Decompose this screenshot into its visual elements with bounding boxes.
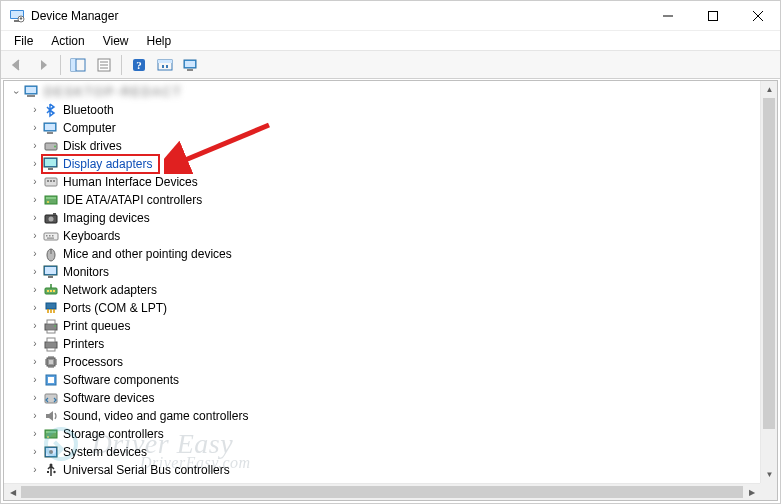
tree-item-system[interactable]: ›System devices: [4, 443, 760, 461]
tree-item-label: IDE ATA/ATAPI controllers: [63, 193, 202, 207]
tree-item-bluetooth[interactable]: ›Bluetooth: [4, 101, 760, 119]
tree-item-network[interactable]: ›Network adapters: [4, 281, 760, 299]
chevron-right-icon[interactable]: ›: [29, 374, 41, 385]
svg-rect-53: [45, 267, 56, 274]
computer-root-icon: [24, 84, 40, 100]
menu-bar: File Action View Help: [1, 31, 780, 51]
app-icon: [9, 8, 25, 24]
menu-view[interactable]: View: [94, 33, 138, 49]
chevron-right-icon[interactable]: ›: [29, 158, 41, 169]
chevron-right-icon[interactable]: ›: [29, 140, 41, 151]
scroll-track-horizontal[interactable]: [21, 484, 743, 500]
tree-item-imaging[interactable]: ›Imaging devices: [4, 209, 760, 227]
tree-item-label: Mice and other pointing devices: [63, 247, 232, 261]
forward-button[interactable]: [31, 53, 55, 77]
chevron-right-icon[interactable]: ›: [29, 392, 41, 403]
svg-rect-23: [187, 69, 193, 71]
printer-icon: [43, 336, 59, 352]
scroll-right-button[interactable]: ▶: [743, 484, 760, 501]
tree-item-label: Monitors: [63, 265, 109, 279]
tree-item-swcomp[interactable]: ›Software components: [4, 371, 760, 389]
device-tree[interactable]: › DESKTOP-REDACT ›Bluetooth›Computer›Dis…: [4, 81, 760, 483]
scroll-up-button[interactable]: ▲: [761, 81, 778, 98]
vertical-scrollbar[interactable]: ▲ ▼: [760, 81, 777, 483]
swcomp-icon: [43, 372, 59, 388]
chevron-right-icon[interactable]: ›: [29, 248, 41, 259]
scroll-track-vertical[interactable]: [761, 98, 777, 466]
tree-item-computer[interactable]: ›Computer: [4, 119, 760, 137]
tree-item-label: Software devices: [63, 391, 154, 405]
chevron-right-icon[interactable]: ›: [29, 446, 41, 457]
svg-point-43: [49, 217, 54, 222]
properties-button[interactable]: [92, 53, 116, 77]
tree-item-storage[interactable]: ›Storage controllers: [4, 425, 760, 443]
tree-item-keyboard[interactable]: ›Keyboards: [4, 227, 760, 245]
tree-root-node[interactable]: › DESKTOP-REDACT: [4, 83, 760, 101]
chevron-right-icon[interactable]: ›: [29, 284, 41, 295]
chevron-right-icon[interactable]: ›: [29, 320, 41, 331]
title-bar: Device Manager: [1, 1, 780, 31]
maximize-button[interactable]: [690, 1, 735, 31]
chevron-right-icon[interactable]: ›: [29, 194, 41, 205]
chevron-right-icon[interactable]: ›: [29, 230, 41, 241]
svg-rect-25: [26, 87, 36, 93]
show-hide-console-tree-button[interactable]: [66, 53, 90, 77]
svg-rect-66: [47, 338, 55, 342]
chevron-right-icon[interactable]: ›: [29, 428, 41, 439]
chevron-right-icon[interactable]: ›: [29, 464, 41, 475]
devices-view-button[interactable]: [179, 53, 203, 77]
chevron-right-icon[interactable]: ›: [29, 338, 41, 349]
tree-item-printqueue[interactable]: ›Print queues: [4, 317, 760, 335]
chevron-down-icon[interactable]: ›: [11, 86, 22, 98]
svg-rect-22: [185, 61, 195, 67]
tree-item-printer[interactable]: ›Printers: [4, 335, 760, 353]
svg-rect-34: [48, 168, 53, 170]
ide-icon: [43, 192, 59, 208]
scan-hardware-button[interactable]: [153, 53, 177, 77]
tree-item-mouse[interactable]: ›Mice and other pointing devices: [4, 245, 760, 263]
tree-item-monitor[interactable]: ›Monitors: [4, 263, 760, 281]
scroll-left-button[interactable]: ◀: [4, 484, 21, 501]
menu-file[interactable]: File: [5, 33, 42, 49]
scroll-thumb-vertical[interactable]: [763, 98, 775, 429]
svg-point-31: [54, 146, 56, 148]
tree-item-display[interactable]: ›Display adapters: [4, 155, 760, 173]
chevron-right-icon[interactable]: ›: [29, 104, 41, 115]
tree-item-hid[interactable]: ›Human Interface Devices: [4, 173, 760, 191]
tree-item-cpu[interactable]: ›Processors: [4, 353, 760, 371]
chevron-right-icon[interactable]: ›: [29, 212, 41, 223]
tree-item-label: Computer: [63, 121, 116, 135]
tree-item-sound[interactable]: ›Sound, video and game controllers: [4, 407, 760, 425]
scroll-down-button[interactable]: ▼: [761, 466, 778, 483]
svg-rect-58: [53, 290, 55, 292]
tree-item-ports[interactable]: ›Ports (COM & LPT): [4, 299, 760, 317]
tree-item-ide[interactable]: ›IDE ATA/ATAPI controllers: [4, 191, 760, 209]
back-button[interactable]: [5, 53, 29, 77]
tree-item-swdev[interactable]: ›Software devices: [4, 389, 760, 407]
svg-rect-57: [50, 290, 52, 292]
chevron-right-icon[interactable]: ›: [29, 266, 41, 277]
horizontal-scrollbar[interactable]: ◀ ▶: [4, 483, 760, 500]
menu-help[interactable]: Help: [138, 33, 181, 49]
scroll-thumb-horizontal[interactable]: [21, 486, 743, 498]
minimize-button[interactable]: [645, 1, 690, 31]
tree-item-disk[interactable]: ›Disk drives: [4, 137, 760, 155]
chevron-right-icon[interactable]: ›: [29, 410, 41, 421]
display-icon: [43, 156, 59, 172]
chevron-right-icon[interactable]: ›: [29, 356, 41, 367]
chevron-right-icon[interactable]: ›: [29, 176, 41, 187]
svg-rect-26: [27, 95, 35, 97]
svg-rect-49: [47, 238, 54, 239]
svg-rect-80: [47, 471, 49, 473]
menu-action[interactable]: Action: [42, 33, 93, 49]
help-button[interactable]: ?: [127, 53, 151, 77]
tree-item-label: Ports (COM & LPT): [63, 301, 167, 315]
tree-item-usb[interactable]: ›Universal Serial Bus controllers: [4, 461, 760, 479]
svg-rect-54: [48, 276, 53, 278]
svg-rect-5: [708, 11, 717, 20]
chevron-right-icon[interactable]: ›: [29, 122, 41, 133]
chevron-right-icon[interactable]: ›: [29, 302, 41, 313]
tree-item-label: Processors: [63, 355, 123, 369]
close-button[interactable]: [735, 1, 780, 31]
imaging-icon: [43, 210, 59, 226]
